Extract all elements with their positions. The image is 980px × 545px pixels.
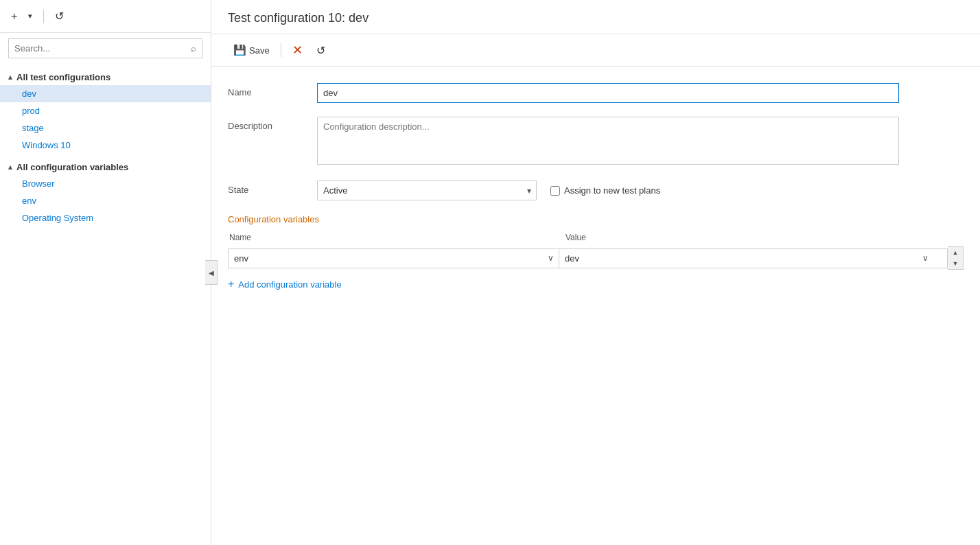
sidebar-item-env[interactable]: env bbox=[0, 192, 211, 209]
refresh-icon: ↺ bbox=[55, 10, 64, 23]
state-label: State bbox=[228, 181, 317, 195]
form-refresh-icon: ↺ bbox=[316, 44, 325, 57]
toolbar-divider2 bbox=[281, 43, 281, 57]
group-test-configurations[interactable]: ▴ All test configurations bbox=[0, 69, 211, 85]
main-toolbar: 💾 Save ✕ ↺ bbox=[211, 34, 980, 67]
scroll-up-button[interactable]: ▲ bbox=[948, 247, 963, 258]
name-label: Name bbox=[228, 83, 317, 97]
main-content: Test configuration 10: dev 💾 Save ✕ ↺ Na… bbox=[211, 0, 980, 545]
save-label: Save bbox=[249, 45, 270, 56]
description-textarea[interactable] bbox=[317, 117, 899, 165]
sidebar-toolbar: + ▾ ↺ bbox=[0, 0, 211, 33]
assign-label: Assign to new test plans bbox=[564, 185, 660, 196]
col-value-header: Value bbox=[564, 233, 964, 242]
col-name-header: Name bbox=[228, 233, 564, 242]
scroll-down-button[interactable]: ▼ bbox=[948, 258, 963, 269]
sidebar-item-os[interactable]: Operating System bbox=[0, 209, 211, 227]
add-config-variable-button[interactable]: + Add configuration variable bbox=[228, 278, 342, 290]
search-icon: ⌕ bbox=[191, 43, 196, 54]
toolbar-divider bbox=[43, 10, 44, 23]
group-arrow: ▴ bbox=[8, 73, 12, 82]
sidebar-item-stage[interactable]: stage bbox=[0, 119, 211, 137]
refresh-button[interactable]: ↺ bbox=[52, 7, 67, 25]
name-control bbox=[317, 83, 964, 103]
save-button[interactable]: 💾 Save bbox=[228, 41, 275, 59]
var-name-select[interactable]: env Browser Operating System bbox=[228, 248, 559, 268]
page-title: Test configuration 10: dev bbox=[228, 11, 964, 25]
collapse-handle[interactable]: ◀ bbox=[205, 260, 218, 285]
assign-checkbox[interactable] bbox=[550, 186, 560, 196]
description-label: Description bbox=[228, 117, 317, 131]
group-label: All test configurations bbox=[16, 72, 110, 82]
state-select-wrapper: Active Inactive ▾ bbox=[317, 181, 537, 200]
group-config-variables[interactable]: ▴ All configuration variables bbox=[0, 159, 211, 175]
var-name-wrapper: env Browser Operating System ∨ bbox=[228, 248, 559, 268]
form-refresh-button[interactable]: ↺ bbox=[311, 41, 331, 60]
group2-label: All configuration variables bbox=[16, 162, 128, 172]
description-row: Description bbox=[228, 117, 964, 167]
state-row: State Active Inactive ▾ Assign to new te… bbox=[228, 181, 964, 200]
config-var-row: env Browser Operating System ∨ dev prod … bbox=[228, 246, 964, 270]
sidebar-item-prod[interactable]: prod bbox=[0, 102, 211, 119]
config-vars-header: Name Value bbox=[228, 233, 964, 242]
add-icon: + bbox=[11, 10, 17, 23]
form-area: Name Description State Active Inactive bbox=[211, 67, 980, 545]
sidebar-item-dev[interactable]: dev bbox=[0, 85, 211, 102]
state-select[interactable]: Active Inactive bbox=[317, 181, 537, 200]
name-input[interactable] bbox=[317, 83, 899, 103]
search-box: ⌕ bbox=[8, 38, 202, 58]
group2-arrow: ▴ bbox=[8, 163, 12, 172]
add-button[interactable]: + bbox=[8, 8, 20, 25]
var-value-select[interactable]: dev prod stage bbox=[559, 248, 948, 268]
tree: ▴ All test configurations dev prod stage… bbox=[0, 64, 211, 545]
dropdown-icon: ▾ bbox=[28, 12, 32, 21]
sidebar-item-browser[interactable]: Browser bbox=[0, 175, 211, 192]
add-var-label: Add configuration variable bbox=[238, 279, 341, 290]
main-header: Test configuration 10: dev bbox=[211, 0, 980, 34]
config-vars-section: Configuration variables Name Value env B… bbox=[228, 214, 964, 290]
scroll-buttons: ▲ ▼ bbox=[948, 246, 964, 270]
add-plus-icon: + bbox=[228, 278, 234, 290]
sidebar: + ▾ ↺ ⌕ ▴ All test configurations dev pr… bbox=[0, 0, 211, 545]
discard-icon: ✕ bbox=[292, 43, 303, 58]
var-value-wrapper: dev prod stage ∨ bbox=[559, 248, 948, 268]
search-button[interactable]: ⌕ bbox=[185, 39, 202, 58]
save-icon: 💾 bbox=[233, 44, 246, 56]
config-vars-title: Configuration variables bbox=[228, 214, 964, 224]
search-input[interactable] bbox=[9, 39, 185, 58]
description-control bbox=[317, 117, 964, 167]
dropdown-button[interactable]: ▾ bbox=[25, 9, 35, 23]
sidebar-item-windows10[interactable]: Windows 10 bbox=[0, 137, 211, 154]
discard-button[interactable]: ✕ bbox=[287, 40, 308, 60]
name-row: Name bbox=[228, 83, 964, 103]
assign-checkbox-label[interactable]: Assign to new test plans bbox=[550, 185, 660, 196]
state-control: Active Inactive ▾ Assign to new test pla… bbox=[317, 181, 964, 200]
